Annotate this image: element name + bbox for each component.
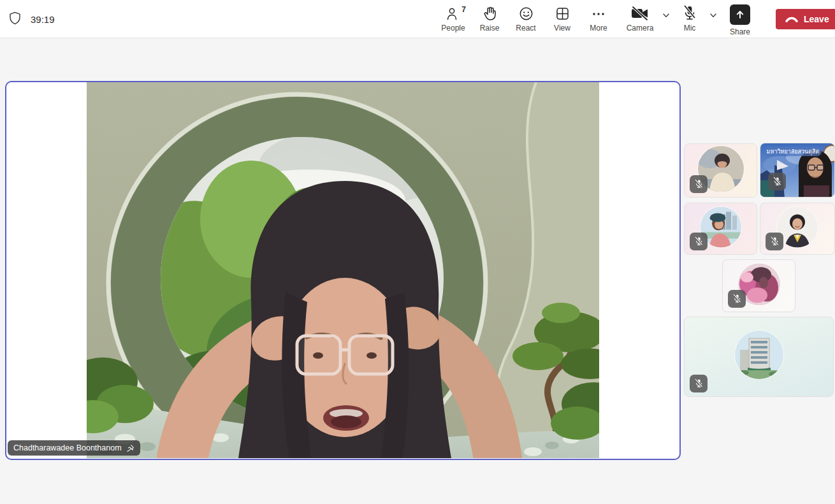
camera-button[interactable]: Camera <box>621 4 658 32</box>
people-icon: 7 <box>446 4 460 21</box>
people-count-badge: 7 <box>461 5 466 14</box>
mic-muted-icon <box>768 173 786 191</box>
main-stage-active-speaker[interactable]: Chadtharawadee Boonthanom <box>5 81 681 460</box>
mic-off-icon <box>682 4 697 21</box>
mic-muted-icon <box>766 233 783 250</box>
react-button[interactable]: React <box>512 4 539 32</box>
security-shield-icon <box>9 11 21 27</box>
avatar <box>735 331 783 379</box>
mic-muted-icon <box>690 175 708 193</box>
hang-up-icon <box>785 16 799 23</box>
view-button[interactable]: View <box>549 4 576 32</box>
tile-banner-text: มหาวิทยาลัยสวนดุสิต <box>767 148 820 155</box>
participant-tile[interactable] <box>684 143 757 198</box>
pin-icon <box>126 444 134 452</box>
participant-tile[interactable] <box>684 203 757 255</box>
react-smiley-icon <box>519 4 534 21</box>
speaker-name: Chadtharawadee Boonthanom <box>13 443 122 452</box>
view-grid-icon <box>555 4 570 21</box>
toolbar-device-buttons: Camera Mic Share <box>621 4 835 36</box>
participant-tile-video[interactable]: มหาวิทยาลัยสวนดุสิต <box>760 143 835 198</box>
mic-button[interactable]: Mic <box>674 4 706 32</box>
camera-off-icon <box>630 4 650 21</box>
mic-muted-icon <box>690 375 708 392</box>
participant-tile[interactable] <box>722 259 795 312</box>
speaker-video <box>87 82 599 458</box>
mic-options-chevron[interactable] <box>706 11 721 20</box>
people-button[interactable]: 7 People <box>440 4 467 32</box>
more-button[interactable]: More <box>585 4 612 32</box>
leave-button[interactable]: Leave <box>776 9 835 29</box>
raise-hand-icon <box>483 4 497 21</box>
share-button[interactable]: Share <box>721 4 759 36</box>
participant-tile[interactable] <box>760 203 835 255</box>
meeting-timer: 39:19 <box>31 14 55 25</box>
raise-hand-button[interactable]: Raise <box>476 4 503 32</box>
mic-muted-icon <box>728 290 746 308</box>
participant-tile[interactable] <box>684 317 834 397</box>
camera-options-chevron[interactable] <box>658 11 674 20</box>
teams-meeting-window: 39:19 7 People Raise React <box>0 0 835 504</box>
share-icon <box>730 4 750 25</box>
mic-muted-icon <box>690 233 708 250</box>
more-ellipsis-icon <box>591 4 606 21</box>
toolbar-center-buttons: 7 People Raise React View <box>440 4 612 32</box>
speaker-name-label: Chadtharawadee Boonthanom <box>8 440 140 456</box>
meeting-toolbar: 39:19 7 People Raise React <box>0 0 835 38</box>
meeting-info: 39:19 <box>9 0 55 38</box>
